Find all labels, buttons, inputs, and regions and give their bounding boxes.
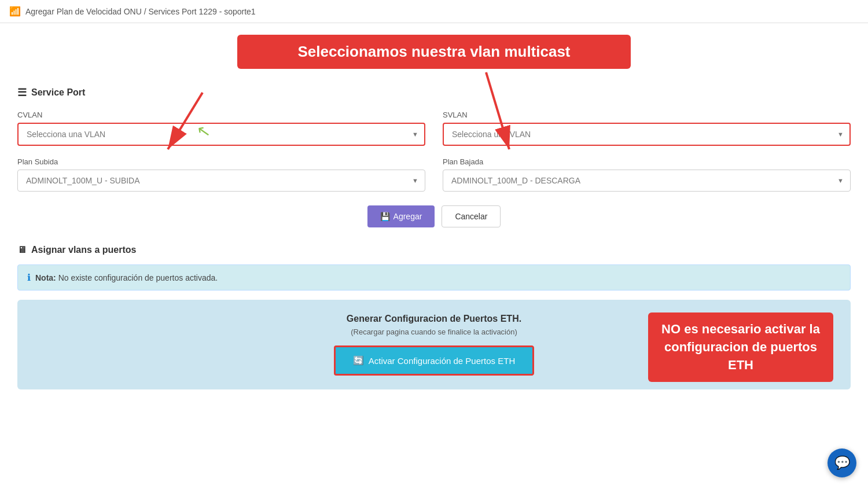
wifi-icon: 📶 [9,6,21,17]
svlan-group: SVLAN Selecciona una VLAN [443,111,851,146]
top-bar: 📶 Agregar Plan de Velocidad ONU / Servic… [0,0,868,23]
service-port-section: ☰ Service Port CVLAN Selecciona una VLAN… [17,86,851,227]
plan-bajada-select[interactable]: ADMINOLT_100M_D - DESCARGA [443,170,851,192]
cvlan-label: CVLAN [17,111,425,119]
plan-subida-label: Plan Subida [17,157,425,166]
plan-bajada-label: Plan Bajada [443,157,851,166]
service-port-title: ☰ Service Port [17,86,851,99]
cancelar-button[interactable]: Cancelar [442,205,501,227]
server-icon: ☰ [17,86,27,99]
cvlan-select[interactable]: Selecciona una VLAN [17,123,425,146]
computer-icon: 🖥 [17,245,27,255]
plan-subida-group: Plan Subida ADMINOLT_100M_U - SUBIDA [17,157,425,192]
svlan-select[interactable]: Selecciona una VLAN [443,123,851,146]
form-buttons: 💾 Agregar Cancelar [17,205,851,227]
breadcrumb: Agregar Plan de Velocidad ONU / Services… [25,7,256,16]
asignar-vlans-title: 🖥 Asignar vlans a puertos [17,245,851,255]
note-box: ℹ Nota: No existe configuración de puert… [17,264,851,291]
annotation-top-banner: Seleccionamos nuestra vlan multicast [237,35,631,69]
refresh-icon: 🔄 [353,355,364,366]
plan-bajada-group: Plan Bajada ADMINOLT_100M_D - DESCARGA [443,157,851,192]
plan-subida-select[interactable]: ADMINOLT_100M_U - SUBIDA [17,170,425,192]
info-icon: ℹ [27,272,31,283]
save-icon: 💾 [380,212,390,221]
activar-configuracion-button[interactable]: 🔄 Activar Configuración de Puertos ETH [334,345,534,376]
svlan-label: SVLAN [443,111,851,119]
cvlan-group: CVLAN Selecciona una VLAN [17,111,425,146]
agregar-button[interactable]: 💾 Agregar [367,205,435,227]
annotation-right-banner: NO es necesario activar la configuracion… [648,312,833,382]
